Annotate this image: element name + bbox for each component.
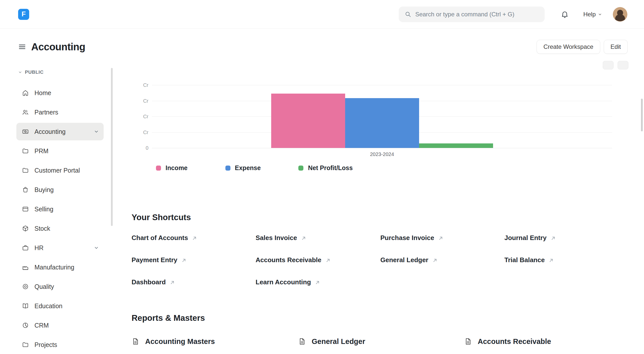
sidebar-section-label: PUBLIC — [25, 69, 44, 75]
sidebar-item-label: Home — [34, 89, 51, 97]
report-accounts-receivable[interactable]: Accounts Receivable — [464, 336, 629, 347]
arrow-up-right-icon — [325, 257, 331, 263]
file-icon — [132, 337, 140, 345]
shortcut-label: Dashboard — [132, 278, 166, 286]
search-bar[interactable] — [399, 7, 545, 22]
shortcut-learn-accounting[interactable]: Learn Accounting — [256, 278, 380, 286]
create-workspace-button[interactable]: Create Workspace — [537, 40, 600, 54]
chart-gridline — [152, 148, 612, 148]
legend-income[interactable]: Income — [156, 164, 188, 172]
shortcut-general-ledger[interactable]: General Ledger — [380, 256, 504, 264]
arrow-up-right-icon — [301, 235, 307, 241]
crm-icon — [22, 322, 29, 329]
manufacturing-icon — [22, 264, 29, 271]
shortcut-label: General Ledger — [380, 256, 428, 264]
sidebar-item-accounting[interactable]: Accounting — [16, 123, 104, 140]
chart-action-button[interactable] — [618, 61, 628, 69]
sidebar-item-prm[interactable]: PRM — [16, 142, 104, 160]
folder-icon — [22, 341, 29, 348]
help-menu[interactable]: Help — [583, 11, 602, 18]
sidebar-item-label: Education — [34, 302, 62, 310]
page-header: Accounting Create Workspace Edit — [0, 40, 644, 54]
sidebar-item-quality[interactable]: Quality — [16, 278, 104, 295]
arrow-up-right-icon — [181, 257, 187, 263]
chevron-down-icon — [94, 129, 99, 134]
chart-gridline — [152, 85, 612, 85]
top-navbar: F Help — [0, 0, 644, 29]
shortcuts-heading: Your Shortcuts — [132, 213, 629, 222]
arrow-up-right-icon — [550, 235, 556, 241]
legend-label: Net Profit/Loss — [308, 164, 353, 172]
sidebar-item-label: Partners — [34, 109, 58, 116]
sidebar-item-projects[interactable]: Projects — [16, 336, 104, 353]
bar-net-profit-loss[interactable] — [419, 143, 493, 148]
bar-expense[interactable] — [345, 98, 419, 148]
shortcut-dashboard[interactable]: Dashboard — [132, 278, 256, 286]
sidebar-item-buying[interactable]: Buying — [16, 181, 104, 199]
legend-label: Income — [166, 164, 188, 172]
shortcut-sales-invoice[interactable]: Sales Invoice — [256, 234, 380, 242]
sidebar-item-label: Buying — [34, 186, 54, 193]
user-avatar[interactable] — [613, 7, 627, 22]
shortcut-accounts-receivable[interactable]: Accounts Receivable — [256, 256, 380, 264]
arrow-up-right-icon — [169, 280, 175, 286]
sidebar-item-crm[interactable]: CRM — [16, 317, 104, 334]
shortcut-chart-of-accounts[interactable]: Chart of Accounts — [132, 234, 256, 242]
sidebar-item-label: Accounting — [34, 128, 66, 135]
sidebar-item-label: Projects — [34, 341, 57, 348]
sidebar: PUBLIC HomePartnersAccountingPRMCustomer… — [0, 68, 114, 354]
arrow-up-right-icon — [314, 280, 320, 286]
selling-icon — [22, 206, 29, 213]
chart-tick-label: Cr — [136, 82, 148, 88]
chart-tick-label: Cr — [136, 98, 148, 104]
chevron-down-icon — [18, 70, 22, 74]
chart-action-button[interactable] — [603, 61, 614, 69]
sidebar-item-education[interactable]: Education — [16, 297, 104, 315]
sidebar-item-partners[interactable]: Partners — [16, 103, 104, 121]
page-scrollbar[interactable] — [641, 99, 643, 131]
sidebar-item-home[interactable]: Home — [16, 84, 104, 102]
sidebar-item-stock[interactable]: Stock — [16, 220, 104, 237]
page-body: PUBLIC HomePartnersAccountingPRMCustomer… — [0, 54, 644, 354]
legend-expense[interactable]: Expense — [225, 164, 261, 172]
chart-legend: IncomeExpenseNet Profit/Loss — [156, 164, 629, 172]
shortcut-trial-balance[interactable]: Trial Balance — [504, 256, 629, 264]
sidebar-item-label: Quality — [34, 283, 54, 290]
shortcut-payment-entry[interactable]: Payment Entry — [132, 256, 256, 264]
arrow-up-right-icon — [438, 235, 444, 241]
sidebar-item-customer-portal[interactable]: Customer Portal — [16, 162, 104, 179]
search-input[interactable] — [415, 11, 539, 18]
legend-swatch — [156, 166, 161, 171]
shortcut-label: Sales Invoice — [256, 234, 297, 242]
shortcut-label: Purchase Invoice — [380, 234, 434, 242]
reports-grid: Accounting MastersGeneral LedgerAccounts… — [132, 336, 629, 347]
sidebar-item-hr[interactable]: HR — [16, 239, 104, 257]
chart-tick-label: Cr — [136, 129, 148, 135]
shortcut-purchase-invoice[interactable]: Purchase Invoice — [380, 234, 504, 242]
chevron-down-icon — [598, 12, 602, 17]
chart-tick-label: Cr — [136, 114, 148, 120]
sidebar-section-public[interactable]: PUBLIC — [16, 68, 114, 76]
sidebar-scrollbar[interactable] — [111, 68, 113, 226]
frappe-logo[interactable]: F — [18, 9, 29, 20]
folder-icon — [22, 167, 29, 174]
legend-label: Expense — [235, 164, 261, 172]
buying-icon — [22, 186, 29, 193]
legend-net-profit-loss[interactable]: Net Profit/Loss — [298, 164, 353, 172]
shortcut-journal-entry[interactable]: Journal Entry — [504, 234, 629, 242]
report-accounting-masters[interactable]: Accounting Masters — [132, 336, 298, 347]
sidebar-item-manufacturing[interactable]: Manufacturing — [16, 258, 104, 276]
report-general-ledger[interactable]: General Ledger — [298, 336, 464, 347]
bar-income[interactable] — [271, 94, 345, 148]
legend-swatch — [225, 166, 230, 171]
quality-icon — [22, 283, 29, 290]
stock-icon — [22, 225, 29, 232]
file-icon — [464, 337, 472, 345]
folder-icon — [22, 147, 29, 154]
sidebar-toggle-icon[interactable] — [18, 43, 26, 51]
sidebar-item-selling[interactable]: Selling — [16, 200, 104, 218]
legend-swatch — [298, 166, 303, 171]
bell-icon[interactable] — [561, 10, 569, 18]
edit-button[interactable]: Edit — [604, 40, 628, 54]
arrow-up-right-icon — [191, 235, 197, 241]
